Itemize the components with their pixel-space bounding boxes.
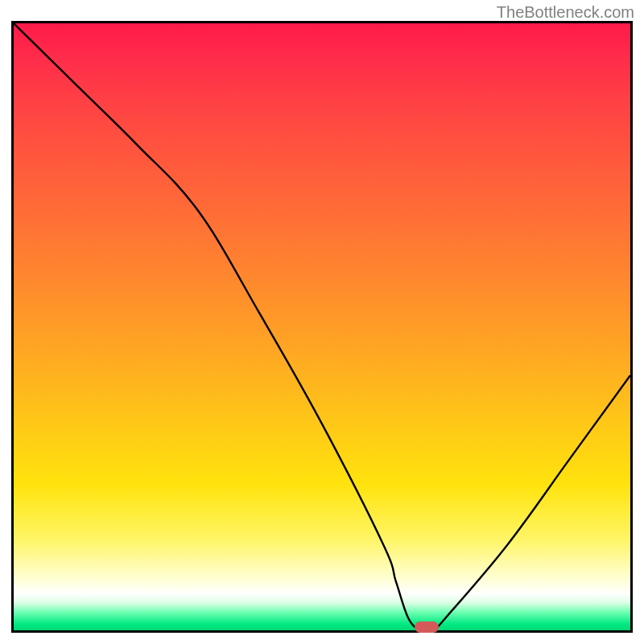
watermark-text: TheBottleneck.com bbox=[497, 3, 634, 22]
chart-container: TheBottleneck.com bbox=[0, 0, 644, 644]
bottleneck-curve bbox=[14, 23, 630, 630]
optimal-marker bbox=[415, 621, 439, 633]
plot-area bbox=[11, 21, 633, 633]
